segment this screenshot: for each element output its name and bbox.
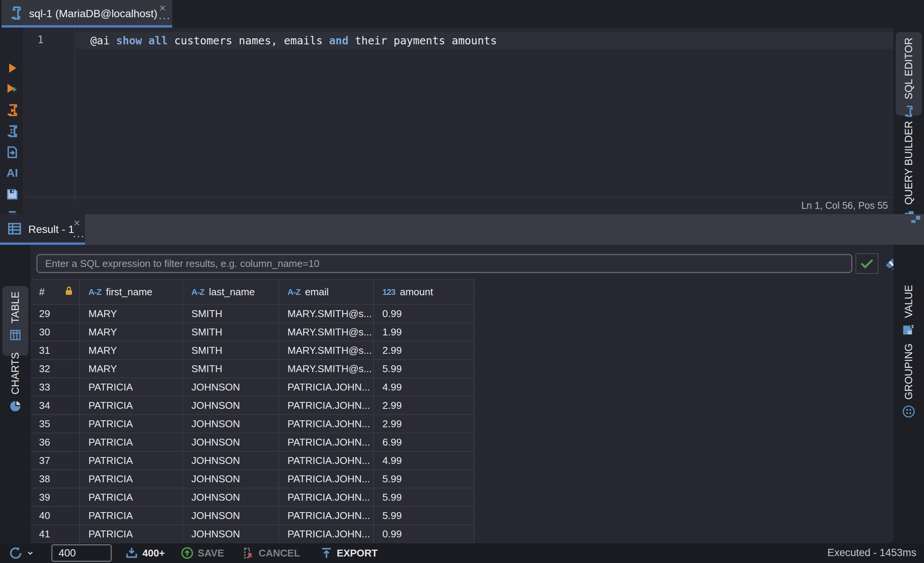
row-limit-input[interactable]: [51, 544, 112, 562]
save-rows-icon[interactable]: [180, 546, 194, 560]
cell-n[interactable]: 37: [31, 452, 80, 470]
column-header-first_name[interactable]: A-Zfirst_name: [80, 280, 183, 305]
cell-n[interactable]: 39: [31, 488, 80, 507]
cell-email[interactable]: MARY.SMITH@s...: [279, 360, 374, 378]
cell-email[interactable]: PATRICIA.JOHN...: [279, 507, 374, 525]
column-header-amount[interactable]: 123amount: [374, 280, 475, 305]
cell-n[interactable]: 29: [31, 305, 80, 323]
cell-n[interactable]: 35: [31, 415, 80, 433]
cell-n[interactable]: 33: [31, 378, 80, 397]
cell-first_name[interactable]: MARY: [80, 360, 183, 378]
cell-last_name[interactable]: JOHNSON: [183, 415, 279, 433]
cell-amount[interactable]: 4.99: [374, 452, 475, 470]
cell-last_name[interactable]: JOHNSON: [183, 525, 279, 543]
cell-n[interactable]: 40: [31, 507, 80, 525]
cell-last_name[interactable]: SMITH: [183, 342, 279, 360]
cell-amount[interactable]: 5.99: [374, 507, 475, 525]
cell-first_name[interactable]: MARY: [80, 305, 183, 323]
cell-amount[interactable]: 1.99: [374, 323, 475, 342]
tab-overflow-icon[interactable]: ···: [158, 16, 171, 20]
cancel-icon[interactable]: [241, 546, 255, 560]
cell-first_name[interactable]: PATRICIA: [80, 452, 183, 470]
cell-last_name[interactable]: SMITH: [183, 305, 279, 323]
cell-amount[interactable]: 5.99: [374, 470, 475, 488]
tab-query-builder[interactable]: QUERY BUILDER: [896, 121, 922, 214]
table-row-29[interactable]: 29MARYSMITHMARY.SMITH@s...0.99: [31, 305, 475, 323]
eraser-icon[interactable]: [882, 255, 893, 273]
cell-n[interactable]: 36: [31, 433, 80, 452]
editor-tab-sql1[interactable]: sql-1 (MariaDB@localhost): [2, 0, 172, 28]
cell-amount[interactable]: 0.99: [374, 525, 475, 543]
cell-email[interactable]: PATRICIA.JOHN...: [279, 452, 374, 470]
cell-n[interactable]: 32: [31, 360, 80, 378]
cell-first_name[interactable]: MARY: [80, 342, 183, 360]
column-header-index[interactable]: #: [31, 280, 80, 305]
cell-n[interactable]: 30: [31, 323, 80, 342]
result-filter-input[interactable]: [36, 254, 852, 273]
column-header-last_name[interactable]: A-Zlast_name: [183, 280, 279, 305]
cell-amount[interactable]: 5.99: [374, 488, 475, 507]
table-row-30[interactable]: 30MARYSMITHMARY.SMITH@s...1.99: [31, 323, 475, 342]
cell-n[interactable]: 38: [31, 470, 80, 488]
tab-charts[interactable]: CHARTS: [2, 345, 28, 414]
cell-last_name[interactable]: JOHNSON: [183, 507, 279, 525]
cell-amount[interactable]: 2.99: [374, 342, 475, 360]
cell-email[interactable]: MARY.SMITH@s...: [279, 323, 374, 342]
cell-amount[interactable]: 4.99: [374, 378, 475, 397]
tab-value[interactable]: VALUE: [896, 285, 922, 352]
close-icon[interactable]: ×: [159, 3, 166, 13]
table-row-37[interactable]: 37PATRICIAJOHNSONPATRICIA.JOHN...4.99: [31, 452, 475, 470]
table-row-31[interactable]: 31MARYSMITHMARY.SMITH@s...2.99: [31, 342, 475, 360]
cell-last_name[interactable]: JOHNSON: [183, 488, 279, 507]
cell-email[interactable]: PATRICIA.JOHN...: [279, 488, 374, 507]
cell-email[interactable]: PATRICIA.JOHN...: [279, 397, 374, 415]
cell-first_name[interactable]: PATRICIA: [80, 415, 183, 433]
cell-first_name[interactable]: PATRICIA: [80, 397, 183, 415]
fetch-more-icon[interactable]: [125, 546, 139, 560]
cell-first_name[interactable]: PATRICIA: [80, 378, 183, 397]
cell-first_name[interactable]: MARY: [80, 323, 183, 342]
table-row-36[interactable]: 36PATRICIAJOHNSONPATRICIA.JOHN...6.99: [31, 433, 475, 452]
cell-n[interactable]: 31: [31, 342, 80, 360]
table-row-35[interactable]: 35PATRICIAJOHNSONPATRICIA.JOHN...2.99: [31, 415, 475, 433]
cell-email[interactable]: PATRICIA.JOHN...: [279, 378, 374, 397]
table-row-40[interactable]: 40PATRICIAJOHNSONPATRICIA.JOHN...5.99: [31, 507, 475, 525]
cell-email[interactable]: PATRICIA.JOHN...: [279, 433, 374, 452]
editor-text-line[interactable]: @ai show all customers names, emails and…: [90, 34, 497, 47]
table-row-32[interactable]: 32MARYSMITHMARY.SMITH@s...5.99: [31, 360, 475, 378]
maximize-panel-icon[interactable]: [910, 215, 922, 225]
cell-first_name[interactable]: PATRICIA: [80, 470, 183, 488]
cell-last_name[interactable]: JOHNSON: [183, 433, 279, 452]
cell-first_name[interactable]: PATRICIA: [80, 507, 183, 525]
cell-n[interactable]: 34: [31, 397, 80, 415]
cell-first_name[interactable]: PATRICIA: [80, 488, 183, 507]
explain-plan-icon[interactable]: [5, 124, 20, 139]
cell-amount[interactable]: 5.99: [374, 360, 475, 378]
cell-email[interactable]: PATRICIA.JOHN...: [279, 525, 374, 543]
cell-email[interactable]: MARY.SMITH@s...: [279, 305, 374, 323]
table-row-39[interactable]: 39PATRICIAJOHNSONPATRICIA.JOHN...5.99: [31, 488, 475, 507]
apply-filter-button[interactable]: [855, 253, 878, 274]
cell-n[interactable]: 41: [31, 525, 80, 543]
close-icon[interactable]: ×: [73, 218, 80, 228]
table-row-33[interactable]: 33PATRICIAJOHNSONPATRICIA.JOHN...4.99: [31, 378, 475, 397]
cell-email[interactable]: PATRICIA.JOHN...: [279, 415, 374, 433]
cell-amount[interactable]: 2.99: [374, 415, 475, 433]
execute-statement-icon[interactable]: [5, 60, 20, 76]
tab-sql-editor[interactable]: SQL EDITOR: [896, 32, 922, 116]
cell-last_name[interactable]: JOHNSON: [183, 452, 279, 470]
cell-first_name[interactable]: PATRICIA: [80, 525, 183, 543]
export-resultset-icon[interactable]: [5, 145, 20, 160]
table-row-41[interactable]: 41PATRICIAJOHNSONPATRICIA.JOHN...0.99: [31, 525, 475, 543]
cell-email[interactable]: PATRICIA.JOHN...: [279, 470, 374, 488]
refresh-icon[interactable]: [8, 546, 23, 560]
save-script-icon[interactable]: [5, 187, 20, 202]
fetch-more-label[interactable]: 400+: [142, 547, 165, 559]
cell-last_name[interactable]: JOHNSON: [183, 378, 279, 397]
tab-grouping[interactable]: GROUPING: [896, 343, 922, 435]
sql-editor[interactable]: 1 @ai show all customers names, emails a…: [25, 28, 893, 214]
column-header-email[interactable]: A-Zemail: [279, 280, 374, 305]
cell-last_name[interactable]: SMITH: [183, 323, 279, 342]
table-row-38[interactable]: 38PATRICIAJOHNSONPATRICIA.JOHN...5.99: [31, 470, 475, 488]
cell-email[interactable]: MARY.SMITH@s...: [279, 342, 374, 360]
